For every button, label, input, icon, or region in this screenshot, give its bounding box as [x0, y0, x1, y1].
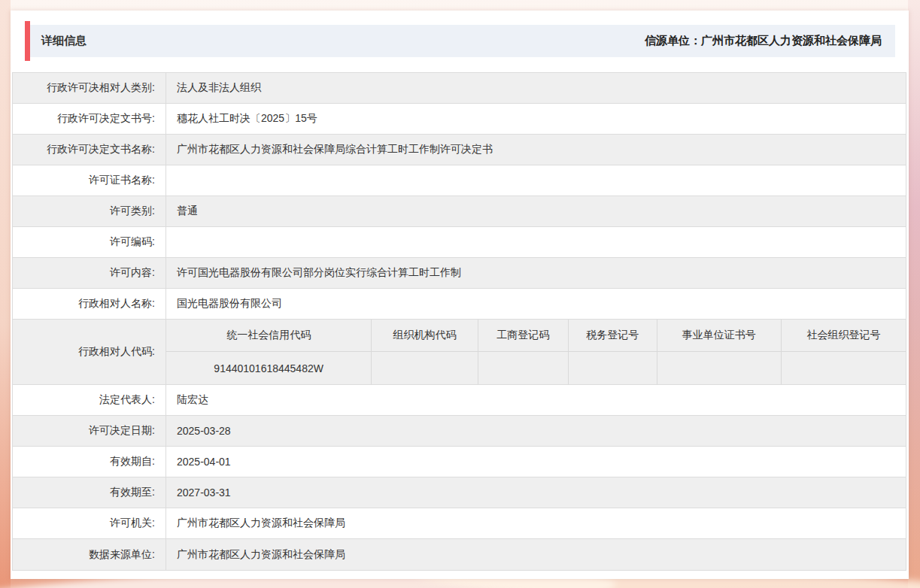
- row-value: 广州市花都区人力资源和社会保障局: [166, 539, 906, 570]
- table-row-codes: 行政相对人代码: 统一社会信用代码 组织机构代码 工商登记码 税务登记号 事业单…: [13, 320, 906, 385]
- code-column-header: 事业单位证书号: [657, 320, 781, 352]
- table-row: 有效期自: 2025-04-01: [13, 447, 906, 477]
- source-unit-label: 信源单位：广州市花都区人力资源和社会保障局: [645, 34, 882, 48]
- section-header: 详细信息 信源单位：广州市花都区人力资源和社会保障局: [30, 25, 895, 57]
- row-label: 许可决定日期:: [13, 416, 166, 446]
- code-sub-table: 统一社会信用代码 组织机构代码 工商登记码 税务登记号 事业单位证书号 社会组织…: [166, 320, 906, 384]
- table-row: 法定代表人: 陆宏达: [13, 385, 906, 416]
- table-row: 行政许可决定文书号: 穗花人社工时决〔2025〕15号: [13, 104, 906, 135]
- table-row: 许可编码:: [13, 227, 906, 258]
- table-row: 许可内容: 许可国光电器股份有限公司部分岗位实行综合计算工时工作制: [13, 258, 906, 289]
- table-row: 行政许可决定文书名称: 广州市花都区人力资源和社会保障局综合计算工时工作制许可决…: [13, 135, 906, 165]
- row-value: 2025-04-01: [166, 447, 906, 477]
- code-value: [657, 352, 781, 384]
- row-label: 许可编码:: [13, 227, 166, 257]
- red-accent-bar: [25, 21, 30, 61]
- row-value: [166, 165, 906, 195]
- table-row: 许可决定日期: 2025-03-28: [13, 416, 906, 447]
- page-title: 详细信息: [41, 34, 87, 48]
- row-value: 穗花人社工时决〔2025〕15号: [166, 104, 906, 134]
- row-label: 有效期自:: [13, 447, 166, 477]
- table-row: 许可证书名称:: [13, 165, 906, 196]
- code-column-header: 税务登记号: [568, 320, 657, 352]
- row-label: 许可内容:: [13, 258, 166, 288]
- code-column-header: 工商登记码: [478, 320, 568, 352]
- row-value: 2027-03-31: [166, 477, 906, 508]
- table-row: 行政许可决相对人类别: 法人及非法人组织: [13, 73, 906, 104]
- row-label: 许可类别:: [13, 196, 166, 226]
- row-value: 许可国光电器股份有限公司部分岗位实行综合计算工时工作制: [166, 258, 906, 288]
- code-value: [781, 352, 906, 384]
- code-value: 91440101618445482W: [166, 352, 371, 384]
- row-label: 行政相对人代码:: [13, 320, 166, 384]
- left-edge-gradient: [0, 0, 11, 588]
- row-value: 普通: [166, 196, 906, 226]
- row-value: 广州市花都区人力资源和社会保障局: [166, 508, 906, 538]
- right-edge-gradient: [908, 0, 920, 588]
- row-value: 法人及非法人组织: [166, 73, 906, 103]
- row-value: 陆宏达: [166, 385, 906, 415]
- code-column-header: 社会组织登记号: [781, 320, 906, 352]
- row-value: [166, 227, 906, 257]
- detail-table: 行政许可决相对人类别: 法人及非法人组织 行政许可决定文书号: 穗花人社工时决〔…: [12, 72, 906, 571]
- row-label: 数据来源单位:: [13, 539, 166, 570]
- row-label: 行政许可决定文书名称:: [13, 135, 166, 165]
- table-row: 行政相对人名称: 国光电器股份有限公司: [13, 289, 906, 320]
- row-label: 行政许可决相对人类别:: [13, 73, 166, 103]
- code-value: [478, 352, 568, 384]
- row-value: 国光电器股份有限公司: [166, 289, 906, 319]
- table-row: 许可机关: 广州市花都区人力资源和社会保障局: [13, 508, 906, 539]
- row-label: 法定代表人:: [13, 385, 166, 415]
- code-column-header: 组织机构代码: [371, 320, 478, 352]
- row-value: 2025-03-28: [166, 416, 906, 446]
- content-card: 详细信息 信源单位：广州市花都区人力资源和社会保障局 行政许可决相对人类别: 法…: [11, 11, 909, 579]
- table-row: 有效期至: 2027-03-31: [13, 477, 906, 508]
- table-row: 许可类别: 普通: [13, 196, 906, 227]
- row-label: 行政相对人名称:: [13, 289, 166, 319]
- code-value: [568, 352, 657, 384]
- table-row: 数据来源单位: 广州市花都区人力资源和社会保障局: [13, 539, 906, 570]
- row-value: 广州市花都区人力资源和社会保障局综合计算工时工作制许可决定书: [166, 135, 906, 165]
- code-column-header: 统一社会信用代码: [166, 320, 371, 352]
- row-label: 许可机关:: [13, 508, 166, 538]
- row-label: 行政许可决定文书号:: [13, 104, 166, 134]
- row-label: 许可证书名称:: [13, 165, 166, 195]
- page-background: 详细信息 信源单位：广州市花都区人力资源和社会保障局 行政许可决相对人类别: 法…: [0, 0, 920, 588]
- code-value: [371, 352, 478, 384]
- row-label: 有效期至:: [13, 477, 166, 508]
